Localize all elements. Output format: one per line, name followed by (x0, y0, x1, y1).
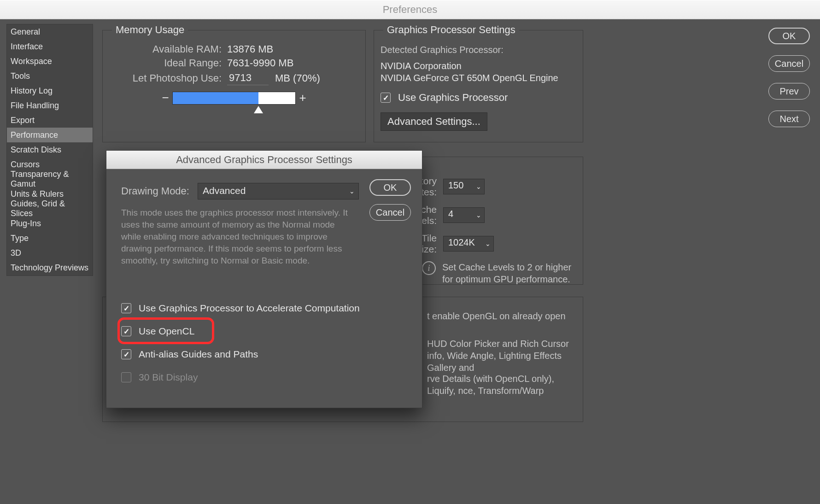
sidebar-item-transparency-gamut[interactable]: Transparency & Gamut (7, 172, 93, 187)
modal-cancel-button[interactable]: Cancel (369, 204, 411, 221)
advanced-settings-button[interactable]: Advanced Settings... (381, 112, 487, 131)
30bit-display-checkbox (121, 372, 131, 382)
use-gpu-label: Use Graphics Processor (398, 92, 508, 104)
chevron-down-icon: ⌄ (485, 240, 491, 247)
advanced-gpu-dialog: Advanced Graphics Processor Settings Dra… (106, 150, 422, 408)
sidebar-item-general[interactable]: General (7, 24, 93, 39)
memory-slider-thumb-icon[interactable] (254, 106, 263, 113)
cancel-button[interactable]: Cancel (768, 55, 810, 72)
sidebar-item-3d[interactable]: 3D (7, 246, 93, 260)
prev-button[interactable]: Prev (768, 83, 810, 100)
memory-usage-group: Memory Usage Available RAM: 13876 MB Ide… (102, 30, 366, 142)
use-gpu-checkbox[interactable] (381, 93, 391, 103)
detected-gpu-label: Detected Graphics Processor: (381, 43, 576, 56)
memory-decrease-button[interactable]: − (158, 91, 172, 105)
sidebar-item-export[interactable]: Export (7, 113, 93, 128)
cache-tile-size-select[interactable]: 1024K ⌄ (443, 236, 494, 252)
sidebar-item-file-handling[interactable]: File Handling (7, 98, 93, 113)
sidebar-item-guides-grid-slices[interactable]: Guides, Grid & Slices (7, 201, 93, 216)
gpu-model: NVIDIA GeForce GT 650M OpenGL Engine (381, 72, 576, 84)
desc-fragment-3: rve Details (with OpenCL only), Liquify,… (427, 373, 574, 397)
preferences-sidebar: General Interface Workspace Tools Histor… (6, 24, 93, 276)
info-icon: i (422, 261, 436, 275)
antialias-guides-label: Anti-alias Guides and Paths (139, 349, 258, 360)
drawing-mode-description: This mode uses the graphics processor mo… (121, 207, 356, 267)
sidebar-item-interface[interactable]: Interface (7, 39, 93, 54)
ideal-range-label: Ideal Range: (103, 57, 227, 69)
chevron-down-icon: ⌄ (476, 211, 481, 219)
window-titlebar: Preferences (0, 0, 820, 19)
ideal-range-value: 7631-9990 MB (227, 57, 293, 69)
memory-slider[interactable] (172, 92, 296, 105)
drawing-mode-select[interactable]: Advanced ⌄ (198, 183, 359, 199)
use-opencl-checkbox[interactable] (121, 326, 131, 336)
sidebar-item-scratch-disks[interactable]: Scratch Disks (7, 142, 93, 157)
cache-tip-text: Set Cache Levels to 2 or higher for opti… (442, 261, 576, 285)
available-ram-label: Available RAM: (103, 43, 227, 55)
ok-button[interactable]: OK (768, 28, 810, 44)
sidebar-item-technology-previews[interactable]: Technology Previews (7, 260, 93, 275)
gpu-settings-legend: Graphics Processor Settings (383, 24, 519, 36)
sidebar-item-workspace[interactable]: Workspace (7, 54, 93, 69)
modal-ok-button[interactable]: OK (369, 179, 411, 196)
use-opencl-label: Use OpenCL (139, 326, 194, 337)
sidebar-item-type[interactable]: Type (7, 231, 93, 246)
sidebar-item-history-log[interactable]: History Log (7, 83, 93, 98)
sidebar-item-performance[interactable]: Performance (7, 128, 93, 142)
accelerate-computation-checkbox[interactable] (121, 303, 131, 313)
window-title: Preferences (383, 4, 438, 16)
let-photoshop-use-unit: MB (70%) (275, 72, 320, 84)
desc-fragment-1: t enable OpenGL on already open (427, 310, 574, 322)
30bit-display-label: 30 Bit Display (139, 372, 198, 383)
available-ram-value: 13876 MB (227, 43, 273, 55)
let-photoshop-use-input[interactable] (227, 71, 269, 85)
let-photoshop-use-label: Let Photoshop Use: (103, 72, 227, 84)
desc-fragment-2: HUD Color Picker and Rich Cursor info, W… (427, 338, 574, 374)
gpu-vendor: NVIDIA Corporation (381, 60, 576, 72)
memory-usage-legend: Memory Usage (112, 24, 188, 36)
sidebar-item-tools[interactable]: Tools (7, 69, 93, 83)
advanced-gpu-dialog-title: Advanced Graphics Processor Settings (106, 151, 422, 169)
chevron-down-icon: ⌄ (476, 183, 481, 190)
memory-slider-fill (173, 92, 258, 104)
cache-levels-select[interactable]: 4 ⌄ (443, 207, 485, 223)
memory-increase-button[interactable]: + (296, 91, 310, 105)
accelerate-computation-label: Use Graphics Processor to Accelerate Com… (139, 303, 360, 314)
dialog-buttons: OK Cancel Prev Next (768, 28, 810, 127)
antialias-guides-checkbox[interactable] (121, 349, 131, 359)
chevron-down-icon: ⌄ (349, 188, 355, 195)
history-states-select[interactable]: 150 ⌄ (443, 179, 485, 194)
gpu-settings-group: Graphics Processor Settings Detected Gra… (374, 30, 583, 142)
drawing-mode-label: Drawing Mode: (121, 185, 189, 197)
next-button[interactable]: Next (768, 111, 810, 127)
